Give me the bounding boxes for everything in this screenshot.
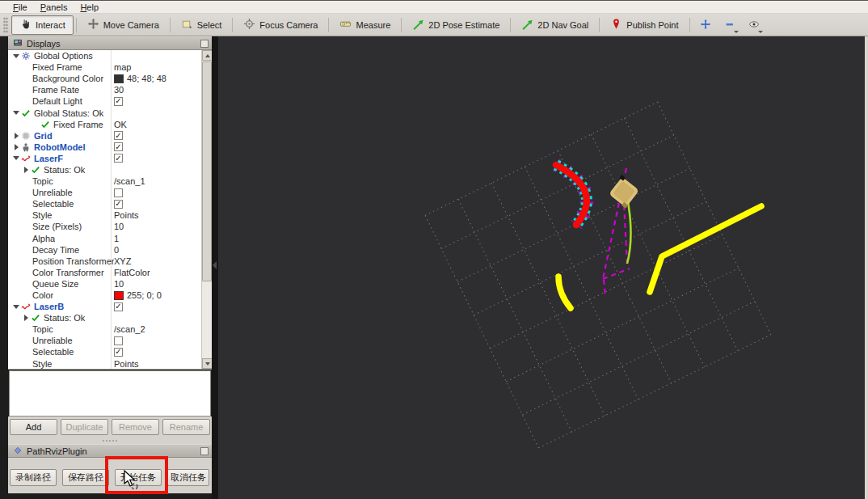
toolbar-drag-handle[interactable] (3, 17, 8, 33)
panel-splitter-handle[interactable] (8, 438, 212, 444)
plugin-button-1[interactable]: 录制路径 (10, 469, 57, 486)
scroll-up-button[interactable] (202, 50, 212, 61)
tool-button-eye-icon[interactable] (744, 16, 764, 34)
property-value[interactable]: ✓ (114, 348, 123, 357)
tree-row-default-light[interactable]: Default Light✓ (8, 95, 201, 107)
tree-row-alpha[interactable]: Alpha1 (8, 233, 201, 244)
checkbox-checked[interactable]: ✓ (114, 348, 123, 357)
tree-row-style[interactable]: StylePoints (8, 209, 201, 221)
tree-row-decay-time[interactable]: Decay Time0 (8, 244, 201, 256)
tool-select[interactable]: Select (173, 15, 230, 35)
tree-row-laserf[interactable]: LaserF✓ (8, 153, 201, 164)
tool-publish-point[interactable]: Publish Point (602, 15, 686, 35)
tree-row-fixed-frame[interactable]: Fixed Framemap (8, 61, 201, 73)
tree-row-status-ok[interactable]: Status: Ok (8, 312, 201, 324)
tree-row-queue-size[interactable]: Queue Size10 (8, 278, 201, 290)
property-value[interactable]: 10 (114, 279, 124, 289)
property-value[interactable]: 10 (114, 222, 124, 231)
tree-row-robotmodel[interactable]: RobotModel✓ (8, 142, 201, 153)
property-value[interactable]: /scan_1 (114, 176, 145, 186)
expander-closed-icon[interactable] (11, 144, 21, 150)
property-value[interactable]: ✓ (114, 131, 123, 140)
property-value[interactable] (114, 188, 123, 197)
property-value[interactable]: map (114, 62, 131, 72)
property-value[interactable]: 1 (114, 234, 119, 243)
property-value[interactable]: FlatColor (114, 268, 150, 277)
tree-row-laserb[interactable]: LaserB✓ (8, 301, 201, 312)
plugin-button-4[interactable]: 取消任务 (167, 469, 209, 486)
tool-button-move-cross-icon[interactable] (696, 16, 715, 34)
property-value[interactable]: ✓ (114, 97, 123, 106)
property-value[interactable]: ✓ (114, 302, 123, 311)
menu-item-help[interactable]: Help (74, 2, 105, 13)
tree-row-unreliable[interactable]: Unreliable (8, 335, 201, 346)
tool-button-minus-icon[interactable] (720, 16, 739, 34)
tree-row-color-transformer[interactable]: Color TransformerFlatColor (8, 267, 201, 278)
tree-row-topic[interactable]: Topic/scan_1 (8, 175, 201, 187)
checkbox-checked[interactable]: ✓ (114, 142, 123, 151)
property-value[interactable]: XYZ (114, 256, 131, 266)
property-value[interactable]: 0 (114, 245, 119, 255)
property-value[interactable]: /scan_2 (114, 324, 145, 334)
expander-open-icon[interactable] (11, 156, 21, 160)
tree-row-position-transformer[interactable]: Position TransformerXYZ (8, 256, 201, 267)
property-value[interactable]: 48; 48; 48 (114, 74, 166, 83)
scroll-down-button[interactable] (202, 358, 212, 369)
dock-splitter[interactable] (212, 36, 218, 499)
tree-row-background-color[interactable]: Background Color48; 48; 48 (8, 73, 201, 84)
plugin-button-3-highlighted[interactable]: 开始任务 (115, 469, 162, 486)
expander-closed-icon[interactable] (21, 315, 31, 321)
viewport-canvas[interactable] (218, 36, 865, 499)
tool-focus-camera[interactable]: Focus Camera (235, 15, 326, 35)
checkbox-checked[interactable]: ✓ (114, 200, 123, 209)
collapse-arrow-icon[interactable] (213, 261, 217, 269)
property-value[interactable]: Points (114, 210, 139, 220)
scrollbar-thumb[interactable] (202, 61, 212, 281)
property-value[interactable]: ✓ (114, 142, 123, 151)
3d-viewport[interactable] (218, 36, 865, 499)
add-display-button[interactable]: Add (10, 419, 57, 435)
expander-closed-icon[interactable] (11, 133, 21, 139)
tree-row-global-status-ok[interactable]: Global Status: Ok (8, 107, 201, 118)
tool-measure[interactable]: Measure (331, 15, 398, 35)
checkbox-unchecked[interactable] (114, 336, 123, 345)
property-value[interactable]: 255; 0; 0 (114, 290, 162, 300)
checkbox-checked[interactable]: ✓ (114, 154, 123, 163)
property-value[interactable] (114, 336, 123, 345)
checkbox-unchecked[interactable] (114, 188, 123, 197)
path-plugin-float-button[interactable] (200, 447, 209, 455)
tree-row-status-ok[interactable]: Status: Ok (8, 164, 201, 175)
tree-row-frame-rate[interactable]: Frame Rate30 (8, 84, 201, 95)
checkbox-checked[interactable]: ✓ (114, 302, 123, 311)
tool-move-camera[interactable]: Move Camera (79, 15, 167, 35)
tree-row-global-options[interactable]: Global Options (8, 50, 201, 61)
menu-item-panels[interactable]: Panels (34, 2, 74, 13)
property-value[interactable]: 30 (114, 85, 124, 95)
expander-closed-icon[interactable] (21, 167, 31, 173)
tool-2d-nav-goal[interactable]: 2D Nav Goal (513, 15, 596, 35)
tree-row-fixed-frame[interactable]: Fixed FrameOK (8, 119, 201, 130)
tree-row-unreliable[interactable]: Unreliable (8, 187, 201, 198)
tree-row-style[interactable]: StylePoints (8, 358, 201, 370)
dropdown-arrow-icon[interactable] (734, 31, 739, 33)
expander-open-icon[interactable] (11, 305, 21, 309)
expander-open-icon[interactable] (11, 111, 21, 115)
tool-interact[interactable]: Interact (11, 15, 74, 35)
checkbox-checked[interactable]: ✓ (114, 97, 123, 106)
displays-panel-float-button[interactable] (200, 40, 209, 48)
checkbox-checked[interactable]: ✓ (114, 131, 123, 140)
property-value[interactable]: ✓ (114, 200, 123, 209)
tree-row-color[interactable]: Color255; 0; 0 (8, 290, 201, 301)
tree-row-selectable[interactable]: Selectable✓ (8, 198, 201, 209)
tree-row-size-pixels-[interactable]: Size (Pixels)10 (8, 221, 201, 232)
dropdown-arrow-icon[interactable] (758, 31, 763, 33)
expander-open-icon[interactable] (11, 54, 21, 58)
menu-item-file[interactable]: File (6, 2, 34, 13)
tree-row-topic[interactable]: Topic/scan_2 (8, 324, 201, 335)
tree-scrollbar[interactable] (201, 50, 212, 369)
property-value[interactable]: Points (114, 359, 139, 369)
tool-2d-pose-estimate[interactable]: 2D Pose Estimate (404, 15, 508, 35)
tree-row-grid[interactable]: Grid✓ (8, 130, 201, 142)
property-value[interactable]: ✓ (114, 154, 123, 163)
plugin-button-2[interactable]: 保存路径 (62, 469, 109, 486)
